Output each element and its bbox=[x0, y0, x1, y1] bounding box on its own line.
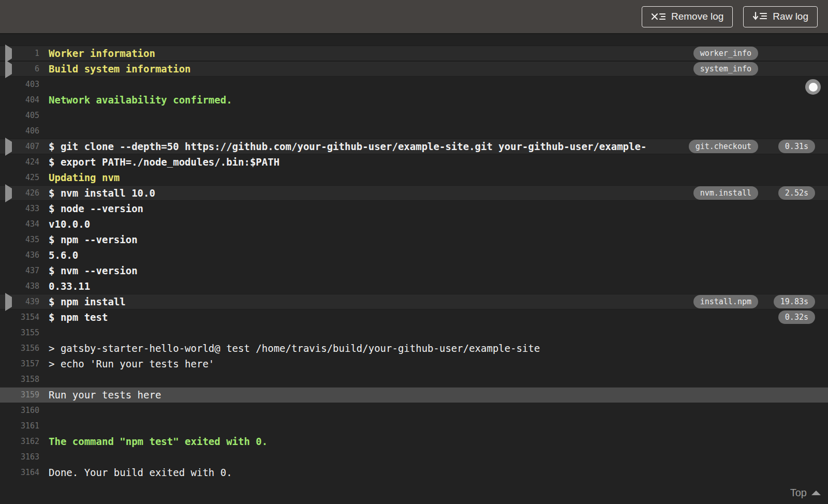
fold-toggle[interactable] bbox=[0, 344, 16, 353]
raw-log-button[interactable]: Raw log bbox=[743, 6, 818, 27]
log-row: 3160 bbox=[0, 403, 828, 418]
line-number[interactable]: 3159 bbox=[16, 390, 39, 399]
log-row: 6 Build system information system_info bbox=[0, 61, 828, 77]
fold-toggle[interactable] bbox=[0, 328, 16, 338]
line-number[interactable]: 3161 bbox=[16, 421, 39, 431]
fold-toggle[interactable] bbox=[0, 64, 16, 74]
caret-right-icon bbox=[5, 293, 12, 311]
scroll-to-top[interactable]: Top bbox=[790, 487, 821, 499]
fold-toggle[interactable] bbox=[0, 49, 16, 58]
line-number[interactable]: 435 bbox=[16, 235, 39, 244]
fold-toggle[interactable] bbox=[0, 313, 16, 322]
line-number[interactable]: 433 bbox=[16, 204, 39, 213]
line-number[interactable]: 3158 bbox=[16, 375, 39, 384]
log-row: 406 bbox=[0, 123, 828, 139]
log-row: 435 $ npm --version bbox=[0, 232, 828, 247]
fold-toggle[interactable] bbox=[0, 235, 16, 245]
line-number[interactable]: 3154 bbox=[16, 313, 39, 322]
fold-toggle[interactable] bbox=[0, 406, 16, 416]
fold-toggle[interactable] bbox=[0, 266, 16, 276]
scroll-position-dot[interactable] bbox=[805, 79, 821, 95]
fold-toggle[interactable] bbox=[0, 390, 16, 400]
line-number[interactable]: 439 bbox=[16, 297, 39, 306]
fold-toggle[interactable] bbox=[0, 297, 16, 307]
log-toolbar: Remove log Raw log bbox=[0, 0, 828, 34]
log-line-text: $ npm test bbox=[49, 312, 758, 323]
line-number[interactable]: 6 bbox=[16, 64, 39, 73]
line-number[interactable]: 3155 bbox=[16, 328, 39, 337]
log-line-text: 0.33.11 bbox=[49, 280, 758, 292]
fold-tag-badge: worker_info bbox=[693, 47, 758, 60]
fold-toggle[interactable] bbox=[0, 173, 16, 183]
fold-toggle[interactable] bbox=[0, 80, 16, 90]
caret-right-icon bbox=[5, 60, 12, 78]
fold-toggle[interactable] bbox=[0, 95, 16, 105]
fold-toggle[interactable] bbox=[0, 188, 16, 198]
fold-tag-badge: git.checkout bbox=[689, 140, 758, 153]
line-number[interactable]: 404 bbox=[16, 95, 39, 105]
fold-toggle[interactable] bbox=[0, 219, 16, 229]
line-number[interactable]: 434 bbox=[16, 219, 39, 229]
log-line-text: Worker information bbox=[49, 48, 693, 59]
line-number[interactable]: 403 bbox=[16, 80, 39, 89]
fold-toggle[interactable] bbox=[0, 421, 16, 431]
line-number[interactable]: 3163 bbox=[16, 452, 39, 462]
remove-log-button[interactable]: Remove log bbox=[642, 6, 733, 27]
log-row: 3154 $ npm test 0.32s bbox=[0, 309, 828, 325]
line-number[interactable]: 425 bbox=[16, 173, 39, 182]
fold-toggle[interactable] bbox=[0, 468, 16, 478]
fold-toggle[interactable] bbox=[0, 359, 16, 369]
scroll-position-dot-inner bbox=[809, 83, 818, 92]
log-row: 3164 Done. Your build exited with 0. bbox=[0, 465, 828, 480]
log-row: 3155 bbox=[0, 325, 828, 340]
line-number[interactable]: 426 bbox=[16, 188, 39, 198]
fold-toggle[interactable] bbox=[0, 452, 16, 462]
duration-slot: 2.52s bbox=[774, 186, 815, 200]
log-row: 3159 Run your tests here bbox=[0, 387, 828, 403]
line-number[interactable]: 1 bbox=[16, 49, 39, 58]
line-number[interactable]: 3160 bbox=[16, 406, 39, 415]
line-number[interactable]: 406 bbox=[16, 126, 39, 136]
raw-log-label: Raw log bbox=[773, 11, 808, 22]
line-number[interactable]: 437 bbox=[16, 266, 39, 275]
log-row: 407 $ git clone --depth=50 https://githu… bbox=[0, 139, 828, 154]
caret-up-icon bbox=[811, 491, 821, 495]
fold-toggle[interactable] bbox=[0, 142, 16, 152]
fold-tag-badge: system_info bbox=[693, 62, 758, 76]
log-row: 3156 > gatsby-starter-hello-world@ test … bbox=[0, 340, 828, 356]
duration-slot: 0.32s bbox=[774, 310, 815, 324]
fold-toggle[interactable] bbox=[0, 375, 16, 384]
line-number[interactable]: 3164 bbox=[16, 468, 39, 477]
line-number[interactable]: 436 bbox=[16, 250, 39, 260]
line-number[interactable]: 405 bbox=[16, 111, 39, 120]
log-row: 3157 > echo 'Run your tests here' bbox=[0, 356, 828, 372]
line-number[interactable]: 3157 bbox=[16, 359, 39, 368]
log-row: 434 v10.0.0 bbox=[0, 216, 828, 232]
log-line-text: Updating nvm bbox=[49, 172, 758, 183]
log-line-text: > gatsby-starter-hello-world@ test /home… bbox=[49, 343, 758, 354]
fold-tag-badge: install.npm bbox=[693, 295, 758, 308]
line-number[interactable]: 3156 bbox=[16, 344, 39, 353]
caret-right-icon bbox=[5, 184, 12, 202]
line-number[interactable]: 424 bbox=[16, 157, 39, 167]
fold-toggle[interactable] bbox=[0, 250, 16, 260]
travis-log-page: { "toolbar": { "remove_log_label": "Remo… bbox=[0, 0, 828, 504]
duration-slot: 0.31s bbox=[774, 140, 815, 153]
log-row: 404 Network availability confirmed. bbox=[0, 92, 828, 108]
line-number[interactable]: 438 bbox=[16, 281, 39, 291]
duration-slot: 19.83s bbox=[774, 295, 815, 308]
log-row: 426 $ nvm install 10.0 nvm.install 2.52s bbox=[0, 185, 828, 201]
x-list-icon bbox=[651, 12, 666, 21]
log-row: 3162 The command "npm test" exited with … bbox=[0, 434, 828, 449]
line-number[interactable]: 3162 bbox=[16, 437, 39, 446]
fold-toggle[interactable] bbox=[0, 111, 16, 121]
line-number[interactable]: 407 bbox=[16, 142, 39, 151]
log-row: 405 bbox=[0, 108, 828, 123]
fold-toggle[interactable] bbox=[0, 281, 16, 291]
build-log: 1 Worker information worker_info 6 Build… bbox=[0, 34, 828, 480]
fold-toggle[interactable] bbox=[0, 204, 16, 214]
fold-toggle[interactable] bbox=[0, 437, 16, 447]
fold-toggle[interactable] bbox=[0, 126, 16, 136]
duration-badge: 19.83s bbox=[774, 295, 815, 308]
fold-toggle[interactable] bbox=[0, 157, 16, 167]
